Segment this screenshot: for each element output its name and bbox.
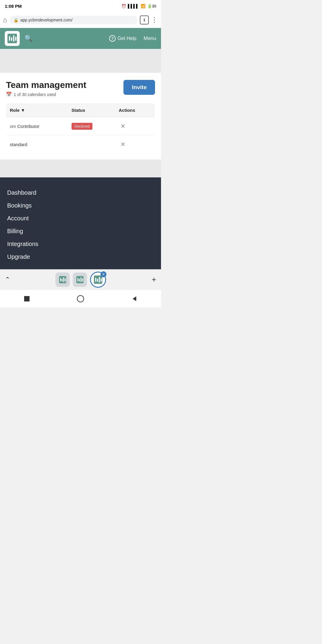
svg-rect-6: [60, 278, 61, 281]
svg-rect-1: [9, 36, 10, 41]
column-header-status: Status: [68, 103, 115, 117]
url-text: app.ycbmdevelopment.com/: [20, 18, 72, 22]
android-back-button[interactable]: [127, 291, 142, 306]
status-time: 1:08 PM: [5, 4, 22, 9]
actions-cell: ✕: [115, 117, 155, 135]
svg-rect-3: [13, 35, 14, 42]
url-bar[interactable]: 🔒 app.ycbmdevelopment.com/: [9, 16, 137, 24]
browser-tab-active[interactable]: ✕: [90, 272, 106, 288]
table-row: standard ✕: [6, 135, 155, 154]
sub-banner: [0, 49, 161, 73]
team-table: Role ▼ Status Actions om Contributor Dec…: [6, 103, 155, 154]
svg-rect-14: [82, 278, 83, 281]
android-home-button[interactable]: [73, 291, 88, 306]
svg-marker-22: [133, 296, 136, 301]
tab-count-button[interactable]: 1: [140, 16, 149, 24]
home-icon[interactable]: ⌂: [3, 16, 7, 24]
status-cell-empty: [68, 135, 115, 154]
footer-nav: Dashboard Bookings Account Billing Integ…: [0, 177, 161, 269]
page-title: Team management: [6, 80, 86, 90]
invite-button[interactable]: Invite: [123, 80, 155, 95]
member-name: om: [10, 124, 16, 129]
title-area: Team management 📅 1 of 30 calendars used: [6, 80, 86, 97]
calendars-used-text: 1 of 30 calendars used: [14, 92, 56, 97]
svg-rect-11: [78, 278, 78, 281]
status-cell: Declined: [68, 117, 115, 135]
browser-tabs: ✕: [10, 272, 152, 288]
browser-tab-1[interactable]: [55, 273, 70, 287]
status-bar: 1:08 PM ⏰ ▌▌▌▌ 📶 🔋30: [0, 0, 161, 12]
svg-rect-19: [101, 278, 102, 281]
svg-rect-18: [99, 277, 100, 282]
calendar-icon: 📅: [6, 92, 12, 97]
role-cell: om Contributor: [6, 117, 68, 135]
app-header: 🔍 ? Get Help Menu: [0, 28, 161, 49]
member-role-standard: standard: [10, 142, 27, 147]
svg-rect-16: [95, 278, 97, 282]
svg-rect-7: [62, 279, 63, 281]
role-cell: standard: [6, 135, 68, 154]
browser-bar: ⌂ 🔒 app.ycbmdevelopment.com/ 1 ⋮: [0, 12, 161, 28]
table-header-row: Role ▼ Status Actions: [6, 103, 155, 117]
help-button[interactable]: ? Get Help: [109, 35, 136, 42]
signal-icon: ▌▌▌▌: [128, 4, 139, 8]
svg-rect-13: [81, 277, 82, 282]
remove-button[interactable]: ✕: [119, 122, 127, 130]
svg-rect-17: [97, 278, 98, 282]
page-header: Team management 📅 1 of 30 calendars used…: [6, 80, 155, 97]
nav-item-account[interactable]: Account: [7, 212, 154, 225]
lock-icon: 🔒: [13, 18, 18, 22]
svg-rect-4: [15, 37, 16, 41]
column-header-role[interactable]: Role ▼: [6, 103, 68, 117]
svg-rect-2: [11, 37, 12, 41]
nav-item-bookings[interactable]: Bookings: [7, 199, 154, 212]
battery-icon: 🔋30: [147, 4, 156, 8]
svg-rect-20: [24, 296, 30, 301]
remove-button[interactable]: ✕: [119, 140, 127, 148]
more-options-icon[interactable]: ⋮: [151, 16, 158, 24]
app-logo[interactable]: [5, 31, 20, 46]
alarm-icon: ⏰: [121, 4, 126, 8]
sort-icon: ▼: [21, 108, 25, 113]
status-badge: Declined: [72, 123, 93, 130]
android-stop-button[interactable]: [19, 291, 34, 306]
svg-rect-12: [79, 279, 80, 281]
nav-item-dashboard[interactable]: Dashboard: [7, 186, 154, 199]
table-row: om Contributor Declined ✕: [6, 117, 155, 135]
help-icon: ?: [109, 35, 116, 42]
nav-item-billing[interactable]: Billing: [7, 225, 154, 238]
wifi-icon: 📶: [141, 4, 145, 8]
tab-close-icon[interactable]: ✕: [100, 271, 106, 277]
new-tab-button[interactable]: +: [152, 275, 156, 284]
browser-tab-2[interactable]: [73, 273, 87, 287]
help-label: Get Help: [117, 36, 136, 41]
menu-button[interactable]: Menu: [143, 35, 156, 41]
svg-rect-9: [65, 278, 66, 281]
nav-item-upgrade[interactable]: Upgrade: [7, 250, 154, 263]
android-nav-bar: [0, 290, 161, 307]
bottom-gray-section: [0, 160, 161, 177]
svg-point-21: [77, 295, 84, 302]
actions-cell: ✕: [115, 135, 155, 154]
svg-rect-8: [64, 277, 64, 282]
chevron-up-icon[interactable]: ⌃: [5, 276, 10, 284]
main-content: Team management 📅 1 of 30 calendars used…: [0, 73, 161, 160]
column-header-actions: Actions: [115, 103, 155, 117]
status-icons: ⏰ ▌▌▌▌ 📶 🔋30: [121, 4, 156, 8]
nav-item-integrations[interactable]: Integrations: [7, 238, 154, 250]
page-subtitle: 📅 1 of 30 calendars used: [6, 92, 86, 97]
browser-bottom-bar: ⌃: [0, 269, 161, 290]
member-role: Contributor: [17, 124, 39, 129]
search-icon[interactable]: 🔍: [24, 35, 32, 42]
